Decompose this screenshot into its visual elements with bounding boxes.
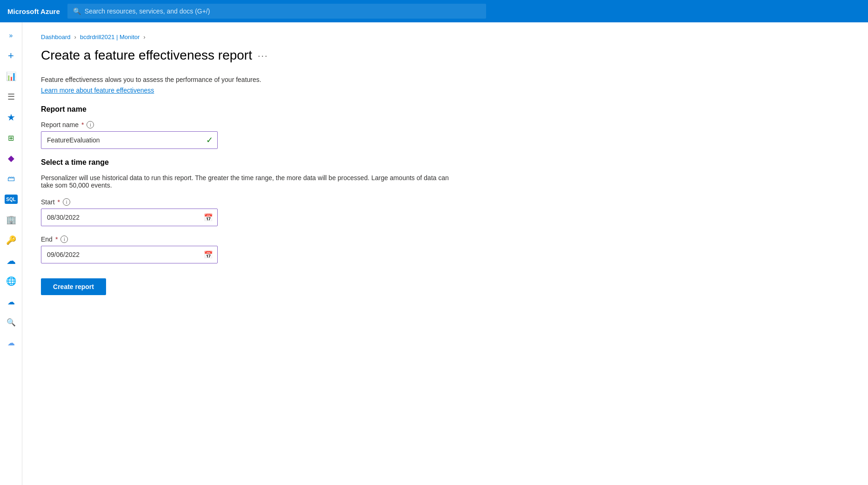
start-date-label-row: Start * i bbox=[41, 198, 849, 206]
sidebar-item-building[interactable]: 🏢 bbox=[2, 210, 20, 229]
sidebar-item-globe[interactable]: 🌐 bbox=[2, 272, 20, 290]
search-cloud-icon: 🔍 bbox=[7, 318, 16, 327]
table-icon: 🗃 bbox=[7, 175, 15, 183]
create-report-button[interactable]: Create report bbox=[41, 278, 106, 295]
breadcrumb-dashboard[interactable]: Dashboard bbox=[41, 34, 71, 40]
report-name-input-wrapper: ✓ bbox=[41, 131, 218, 149]
time-range-section: Select a time range Personalizer will us… bbox=[41, 158, 849, 263]
expand-icon: » bbox=[9, 32, 13, 39]
end-date-label-row: End * i bbox=[41, 236, 849, 243]
search-input[interactable] bbox=[85, 7, 481, 15]
sidebar-expand-button[interactable]: » bbox=[2, 26, 20, 45]
search-icon: 🔍 bbox=[73, 7, 81, 15]
sidebar-item-cloud-blue[interactable]: ☁ bbox=[2, 251, 20, 270]
sidebar-item-table[interactable]: 🗃 bbox=[2, 169, 20, 188]
start-date-input-wrapper: 📅 bbox=[41, 209, 218, 226]
sidebar: » + 📊 ☰ ★ ⊞ ◆ 🗃 SQL 🏢 🔑 bbox=[0, 22, 22, 485]
brand-logo: Microsoft Azure bbox=[7, 7, 60, 15]
time-range-heading: Select a time range bbox=[41, 158, 849, 167]
sidebar-add-button[interactable]: + bbox=[2, 47, 20, 65]
report-name-label: Report name bbox=[41, 121, 79, 128]
globe-icon: 🌐 bbox=[6, 276, 16, 286]
cloud2-icon: ☁ bbox=[7, 297, 15, 306]
sidebar-item-cloud3[interactable]: ☁ bbox=[2, 333, 20, 352]
report-name-heading: Report name bbox=[41, 105, 849, 114]
chart-icon: 📊 bbox=[6, 71, 16, 81]
breadcrumb: Dashboard › bcdrdrill2021 | Monitor › bbox=[41, 34, 849, 40]
end-date-field-group: End * i 📅 bbox=[41, 236, 849, 263]
end-date-label: End bbox=[41, 236, 53, 243]
start-date-info-icon: i bbox=[63, 198, 70, 206]
learn-more-link[interactable]: Learn more about feature effectiveness bbox=[41, 87, 154, 94]
report-name-info-icon: i bbox=[87, 121, 94, 128]
sidebar-item-cloud2[interactable]: ☁ bbox=[2, 292, 20, 311]
start-date-label: Start bbox=[41, 198, 55, 206]
sidebar-item-grid[interactable]: ⊞ bbox=[2, 128, 20, 147]
start-date-required-star: * bbox=[58, 198, 60, 206]
plus-icon: + bbox=[8, 50, 14, 62]
topbar: Microsoft Azure 🔍 bbox=[0, 0, 868, 22]
end-date-input[interactable] bbox=[41, 246, 218, 263]
description-text: Feature effectiveness alows you to asses… bbox=[41, 76, 849, 83]
report-name-input[interactable] bbox=[41, 131, 218, 149]
page-title: Create a feature effectiveness report bbox=[41, 48, 252, 63]
sidebar-item-key[interactable]: 🔑 bbox=[2, 231, 20, 249]
report-name-label-row: Report name * i bbox=[41, 121, 849, 128]
list-icon: ☰ bbox=[7, 92, 15, 102]
search-bar[interactable]: 🔍 bbox=[67, 4, 486, 19]
start-date-input[interactable] bbox=[41, 209, 218, 226]
end-date-required-star: * bbox=[55, 236, 58, 243]
tag-icon: ◆ bbox=[8, 153, 14, 163]
sidebar-item-sql[interactable]: SQL bbox=[2, 190, 20, 209]
page-title-row: Create a feature effectiveness report ··… bbox=[41, 48, 849, 63]
start-date-calendar-icon[interactable]: 📅 bbox=[204, 213, 213, 222]
start-date-field-group: Start * i 📅 bbox=[41, 198, 849, 226]
breadcrumb-separator-2: › bbox=[143, 34, 145, 40]
report-name-required-star: * bbox=[81, 121, 84, 128]
building-icon: 🏢 bbox=[6, 215, 16, 225]
more-options-icon[interactable]: ··· bbox=[258, 50, 268, 61]
sidebar-item-star[interactable]: ★ bbox=[2, 108, 20, 127]
cloud-blue-icon: ☁ bbox=[7, 255, 16, 266]
end-date-calendar-icon[interactable]: 📅 bbox=[204, 250, 213, 259]
sql-icon: SQL bbox=[5, 195, 18, 204]
sidebar-item-list[interactable]: ☰ bbox=[2, 88, 20, 106]
star-icon: ★ bbox=[7, 112, 15, 123]
sidebar-item-tag[interactable]: ◆ bbox=[2, 149, 20, 168]
breadcrumb-separator-1: › bbox=[74, 34, 76, 40]
end-date-input-wrapper: 📅 bbox=[41, 246, 218, 263]
time-range-description: Personalizer will use historical data to… bbox=[41, 174, 460, 189]
breadcrumb-monitor[interactable]: bcdrdrill2021 | Monitor bbox=[80, 34, 140, 40]
key-icon: 🔑 bbox=[6, 235, 16, 245]
sidebar-item-search-cloud[interactable]: 🔍 bbox=[2, 313, 20, 331]
sidebar-item-chart[interactable]: 📊 bbox=[2, 67, 20, 86]
report-name-section: Report name Report name * i ✓ bbox=[41, 105, 849, 149]
grid-icon: ⊞ bbox=[8, 134, 14, 142]
content-area: Dashboard › bcdrdrill2021 | Monitor › Cr… bbox=[22, 22, 868, 485]
report-name-check-icon: ✓ bbox=[206, 135, 213, 145]
cloud3-icon: ☁ bbox=[7, 338, 15, 347]
report-name-field-group: Report name * i ✓ bbox=[41, 121, 849, 149]
end-date-info-icon: i bbox=[60, 236, 68, 243]
